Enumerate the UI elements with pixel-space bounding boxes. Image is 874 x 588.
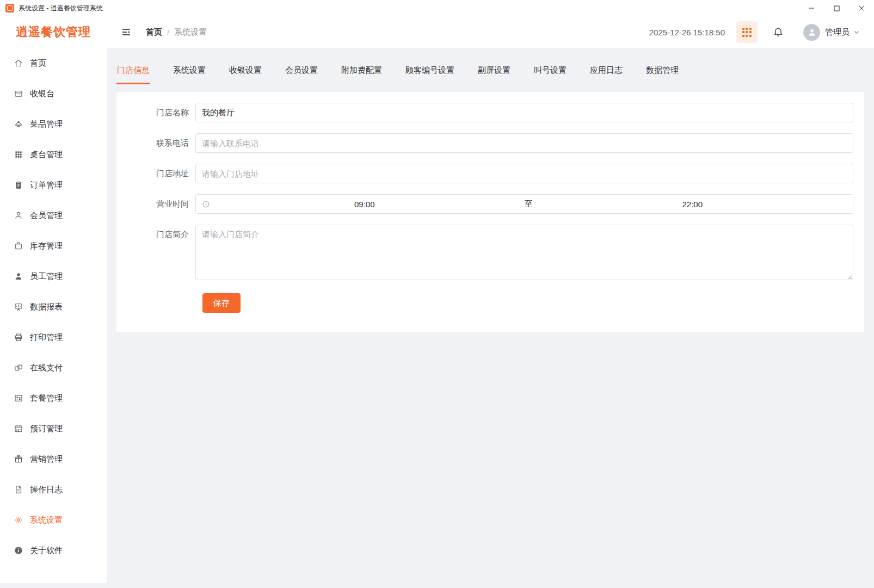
sidebar-item-staff[interactable]: 员工管理 — [0, 261, 107, 292]
business-hours-label: 营业时间 — [127, 194, 195, 214]
order-icon — [14, 180, 23, 190]
cashier-icon — [14, 89, 23, 98]
window-controls — [799, 0, 874, 16]
user-menu[interactable]: 管理员 — [803, 24, 860, 41]
member-icon — [14, 211, 23, 220]
minimize-icon — [808, 5, 815, 11]
sidebar-item-dishes[interactable]: 菜品管理 — [0, 109, 107, 139]
breadcrumb-separator: / — [167, 28, 169, 37]
chevron-down-icon — [853, 29, 860, 35]
payment-icon — [14, 363, 23, 373]
apps-grid-button[interactable] — [736, 21, 758, 43]
tab-call-number-settings[interactable]: 叫号设置 — [533, 57, 567, 84]
clock-icon — [202, 200, 210, 208]
business-hours-range-picker[interactable]: 至 — [195, 194, 853, 214]
store-intro-label: 门店简介 — [127, 225, 195, 282]
maximize-icon — [834, 5, 840, 11]
sidebar-item-marketing[interactable]: 营销管理 — [0, 444, 107, 474]
address-label: 门店地址 — [127, 164, 195, 183]
tab-cashier-settings[interactable]: 收银设置 — [229, 57, 262, 84]
tab-customer-number-settings[interactable]: 顾客编号设置 — [405, 57, 455, 84]
sidebar-item-reports[interactable]: 数据报表 — [0, 292, 107, 322]
content-area: 门店信息 系统设置 收银设置 会员设置 附加费配置 顾客编号设置 副屏设置 叫号… — [107, 48, 874, 583]
sidebar-item-home[interactable]: 首页 — [0, 48, 107, 78]
close-button[interactable] — [849, 0, 874, 16]
report-icon — [14, 302, 23, 312]
settings-gear-icon — [14, 515, 23, 525]
address-input[interactable] — [195, 164, 853, 183]
dish-icon — [14, 119, 23, 129]
marketing-icon — [14, 454, 23, 464]
tab-surcharge-settings[interactable]: 附加费配置 — [341, 57, 383, 84]
sidebar-item-combos[interactable]: 套餐管理 — [0, 383, 107, 413]
titlebar: 系统设置 - 逍遥餐饮管理系统 — [0, 0, 874, 16]
settings-tabs: 门店信息 系统设置 收银设置 会员设置 附加费配置 顾客编号设置 副屏设置 叫号… — [116, 57, 864, 84]
operation-log-icon — [14, 485, 23, 494]
bell-icon — [773, 27, 784, 38]
store-intro-textarea[interactable] — [195, 225, 853, 280]
horizontal-scrollbar-track[interactable] — [0, 583, 874, 588]
fold-icon — [121, 27, 131, 37]
apps-grid-icon — [742, 28, 752, 37]
sidebar-item-inventory[interactable]: 库存管理 — [0, 231, 107, 261]
close-icon — [858, 5, 865, 11]
phone-label: 联系电话 — [127, 133, 195, 153]
breadcrumb-home[interactable]: 首页 — [146, 27, 162, 38]
store-name-input[interactable] — [195, 103, 853, 122]
inventory-icon — [14, 241, 23, 251]
tab-system-settings[interactable]: 系统设置 — [173, 57, 206, 84]
app-logo-icon — [5, 4, 14, 13]
reservation-icon — [14, 424, 23, 434]
staff-icon — [14, 271, 23, 281]
tab-app-logs[interactable]: 应用日志 — [589, 57, 623, 84]
tab-data-management[interactable]: 数据管理 — [645, 57, 679, 84]
window-title: 系统设置 - 逍遥餐饮管理系统 — [19, 4, 103, 13]
maximize-button[interactable] — [824, 0, 849, 16]
business-hours-start-input[interactable] — [210, 200, 519, 209]
store-name-label: 门店名称 — [127, 103, 195, 122]
avatar-user-icon — [807, 27, 817, 37]
sidebar-fold-button[interactable] — [121, 27, 132, 38]
tab-member-settings[interactable]: 会员设置 — [285, 57, 318, 84]
combo-icon — [14, 393, 23, 403]
breadcrumb: 首页 / 系统设置 — [146, 27, 207, 38]
notifications-button[interactable] — [772, 26, 785, 39]
about-info-icon — [14, 546, 23, 555]
header: 首页 / 系统设置 2025-12-26 15:18:50 管理员 — [107, 16, 874, 48]
sidebar: 逍遥餐饮管理 首页 收银台 菜品管理 桌台管理 订单管理 会员管理 库存管理 — [0, 16, 107, 583]
sidebar-item-members[interactable]: 会员管理 — [0, 200, 107, 231]
printer-icon — [14, 332, 23, 342]
sidebar-item-about[interactable]: 关于软件 — [0, 535, 107, 566]
business-hours-end-input[interactable] — [538, 200, 847, 209]
sidebar-item-printing[interactable]: 打印管理 — [0, 322, 107, 352]
save-button[interactable]: 保存 — [202, 293, 241, 313]
tab-store-info[interactable]: 门店信息 — [116, 57, 150, 84]
datetime-display: 2025-12-26 15:18:50 — [649, 28, 725, 37]
sidebar-item-cashier[interactable]: 收银台 — [0, 78, 107, 109]
sidebar-item-system-settings[interactable]: 系统设置 — [0, 505, 107, 535]
username: 管理员 — [825, 27, 850, 38]
tab-second-screen-settings[interactable]: 副屏设置 — [477, 57, 511, 84]
store-info-form-card: 门店名称 联系电话 门店地址 — [116, 92, 864, 332]
home-icon — [14, 58, 23, 68]
minimize-button[interactable] — [799, 0, 824, 16]
sidebar-item-online-payment[interactable]: 在线支付 — [0, 352, 107, 383]
sidebar-item-operation-log[interactable]: 操作日志 — [0, 474, 107, 505]
sidebar-item-tables[interactable]: 桌台管理 — [0, 139, 107, 170]
table-grid-icon — [14, 150, 23, 159]
breadcrumb-current: 系统设置 — [174, 27, 207, 38]
sidebar-item-orders[interactable]: 订单管理 — [0, 170, 107, 200]
sidebar-item-reservations[interactable]: 预订管理 — [0, 413, 107, 444]
phone-input[interactable] — [195, 133, 853, 153]
avatar — [803, 24, 820, 41]
range-separator: 至 — [519, 199, 538, 209]
app-name: 逍遥餐饮管理 — [0, 16, 107, 48]
